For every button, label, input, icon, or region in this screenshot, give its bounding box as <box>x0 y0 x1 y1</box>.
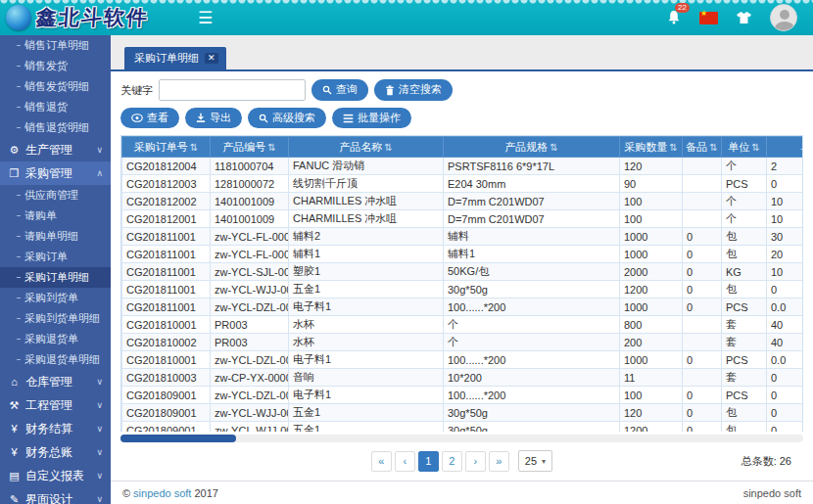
cell-spare: 0 <box>683 228 722 246</box>
table-row[interactable]: CG201811001 zw-YCL-DZL-00 电子料1 100......… <box>122 298 804 316</box>
sort-icon[interactable]: ⇅ <box>384 142 392 153</box>
column-header[interactable]: 备品⇅ <box>683 137 722 158</box>
sidebar-item[interactable]: 采购到货单明细 <box>0 308 111 329</box>
chevron-icon: ∨ <box>96 447 103 457</box>
sidebar-item[interactable]: 请购单明细 <box>0 226 111 247</box>
tab-close-icon[interactable]: ✕ <box>205 53 218 64</box>
sidebar-item[interactable]: 采购退货单 <box>0 329 111 349</box>
sidebar-toggle-icon[interactable]: ☰ <box>186 4 224 32</box>
user-avatar[interactable] <box>770 4 797 31</box>
sidebar-item[interactable]: 销售退货 <box>0 97 111 117</box>
table-row[interactable]: CG201812002 1401001009 CHARMILLES 冲水咀 D=… <box>122 193 804 210</box>
cell-quantity: 120 <box>620 404 683 422</box>
column-header[interactable]: 单位⇅ <box>722 137 767 158</box>
sidebar-item-label: 销售发货 <box>24 59 68 73</box>
sidebar-item-icon: ¥ <box>8 423 21 435</box>
cell-price: 10 <box>767 263 804 281</box>
sort-icon[interactable]: ⇅ <box>709 142 717 153</box>
sidebar-item-label: 生产管理 <box>25 142 72 159</box>
cell-product-code: zw-CP-YX-0000 <box>211 369 289 387</box>
sidebar-item[interactable]: 请购单 <box>0 206 111 226</box>
table-row[interactable]: CG201809001 zw-YCL-DZL-00 电子料1 100......… <box>122 387 804 404</box>
table-row[interactable]: CG201812001 1401001009 CHARMILLES 冲水咀 D=… <box>122 210 804 228</box>
sidebar-item[interactable]: ▤ 自定义报表 ∨ <box>0 464 111 487</box>
sidebar-item[interactable]: ⚒ 工程管理 ∨ <box>0 393 111 417</box>
clear-search-button[interactable]: 清空搜索 <box>374 79 453 100</box>
cell-price: 2 <box>767 158 804 175</box>
cell-spare <box>683 175 722 193</box>
first-page-button[interactable]: « <box>371 451 392 472</box>
sidebar-item[interactable]: 销售退货明细 <box>0 117 111 138</box>
sidebar-item[interactable]: ¥ 财务结算 ∨ <box>0 417 111 440</box>
export-button[interactable]: 导出 <box>185 108 242 128</box>
column-header[interactable]: 产品规格⇅ <box>444 137 620 158</box>
sort-icon[interactable]: ⇅ <box>190 142 198 153</box>
sidebar-item[interactable]: ⚙ 生产管理 ∨ <box>0 138 111 161</box>
next-page-button[interactable]: › <box>465 451 486 472</box>
sort-icon[interactable]: ⇅ <box>751 142 759 153</box>
column-header[interactable]: 单价⇅ <box>767 137 804 158</box>
page-number-button[interactable]: 1 <box>418 451 439 472</box>
sidebar-item[interactable]: ⌂ 仓库管理 ∨ <box>0 370 111 393</box>
table-row[interactable]: CG201812004 1181000704 FANUC 滑动销 PSRTSF8… <box>122 158 804 175</box>
table-row[interactable]: CG201811001 zw-YCL-FL-000 辅料1 辅料1 1000 0… <box>122 246 804 263</box>
keyword-input[interactable] <box>159 79 306 101</box>
table-row[interactable]: CG201812003 1281000072 线切割千斤顶 E204 30mm … <box>122 175 804 193</box>
sidebar-item[interactable]: ✎ 界面设计 ∨ <box>0 487 111 504</box>
language-flag-icon[interactable]: ★ <box>699 12 718 24</box>
eye-icon <box>131 114 143 122</box>
tab-purchase-order-detail[interactable]: 采购订单明细 ✕ <box>124 47 226 69</box>
table-row[interactable]: CG201809001 zw-YCL-WJJ-00 五金1 30g*50g 12… <box>122 404 804 422</box>
shirt-icon[interactable] <box>736 11 752 24</box>
sidebar-item-label: 请购单 <box>24 208 57 223</box>
last-page-button[interactable]: » <box>489 451 509 472</box>
advanced-search-button[interactable]: 高级搜索 <box>248 108 326 128</box>
column-header[interactable]: 采购订单号⇅ <box>122 137 211 158</box>
cell-product-name: 五金1 <box>289 422 444 432</box>
view-button[interactable]: 查看 <box>120 108 179 128</box>
cell-product-spec: 辅料1 <box>444 246 620 263</box>
sidebar-item[interactable]: 采购到货单 <box>0 288 111 308</box>
cell-price: 0.0 <box>767 351 804 369</box>
cell-order-no: CG201812001 <box>122 210 211 228</box>
sidebar-item[interactable]: 采购订单明细 <box>0 267 111 288</box>
table-row[interactable]: CG201811001 zw-YCL-WJJ-00 五金1 30g*50g 12… <box>122 281 804 298</box>
column-header[interactable]: 产品名称⇅ <box>289 137 444 158</box>
horizontal-scrollbar-thumb[interactable] <box>120 435 236 442</box>
batch-operation-button[interactable]: 批量操作 <box>332 108 411 128</box>
sidebar-item[interactable]: 销售发货明细 <box>0 76 111 97</box>
sort-icon[interactable]: ⇅ <box>669 142 677 153</box>
column-header[interactable]: 采购数量⇅ <box>620 137 683 158</box>
table-row[interactable]: CG201811001 zw-YCL-FL-000 辅料2 辅料 1000 0 … <box>122 228 804 246</box>
sort-icon[interactable]: ⇅ <box>550 142 557 153</box>
chevron-icon: ∨ <box>96 145 103 155</box>
prev-page-button[interactable]: ‹ <box>395 451 415 472</box>
sidebar-item[interactable]: ¥ 财务总账 ∨ <box>0 440 111 464</box>
table-row[interactable]: CG201810002 PR003 水杯 个 200 套 40 <box>122 334 804 351</box>
page-number-button[interactable]: 2 <box>442 451 462 472</box>
cell-order-no: CG201810002 <box>122 334 211 351</box>
page-size-select[interactable]: 25 ▾ <box>518 450 552 472</box>
footer-link[interactable]: sinpedo soft <box>133 487 191 499</box>
table-row[interactable]: CG201810001 zw-YCL-DZL-00 电子料1 100......… <box>122 351 804 369</box>
search-button[interactable]: 查询 <box>311 79 368 100</box>
cell-price: 0 <box>767 175 804 193</box>
notification-bell-icon[interactable]: 22 <box>666 10 682 25</box>
sidebar-item[interactable]: 采购订单 <box>0 247 111 267</box>
cell-product-name: 线切割千斤顶 <box>289 175 444 193</box>
table-row[interactable]: CG201809001 zw-YCL-WJJ-00 五金1 30g*50g 12… <box>122 422 804 432</box>
sidebar-item[interactable]: ❒ 采购管理 ∧ <box>0 161 111 185</box>
table-row[interactable]: CG201810001 PR003 水杯 个 800 套 40 <box>122 316 804 334</box>
sidebar-item[interactable]: 供应商管理 <box>0 185 111 206</box>
table-row[interactable]: CG201811001 zw-YCL-SJL-00 塑胶1 50KG/包 200… <box>122 263 804 281</box>
sidebar-item-label: 采购到货单明细 <box>24 311 100 326</box>
trash-icon <box>385 85 395 96</box>
sidebar-item[interactable]: 采购退货单明细 <box>0 349 111 370</box>
table-row[interactable]: CG201810003 zw-CP-YX-0000 音响 10*200 11 套… <box>122 369 804 387</box>
column-header[interactable]: 产品编号⇅ <box>211 137 289 158</box>
cell-product-spec: 10*200 <box>444 369 620 387</box>
sidebar-item[interactable]: 销售发货 <box>0 56 111 76</box>
sort-icon[interactable]: ⇅ <box>267 142 275 153</box>
sidebar-item[interactable]: 销售订单明细 <box>0 35 111 56</box>
sidebar-item-label: 仓库管理 <box>25 374 72 390</box>
